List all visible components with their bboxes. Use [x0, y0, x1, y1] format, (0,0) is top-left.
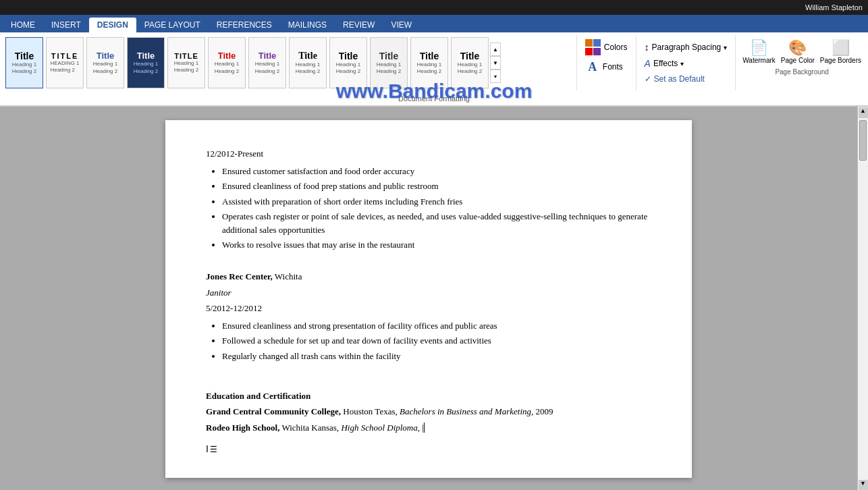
doc-formatting-label: Document Formatting [0, 93, 868, 106]
vertical-scrollbar[interactable]: ▲ ▼ [857, 107, 868, 490]
edu1-degree: Bachelors in Business and Marketing, [398, 406, 533, 416]
date-line-2: 5/2012-12/2012 [206, 302, 651, 315]
title-bar-user: William Stapleton [805, 3, 863, 11]
colors-label: Colors [604, 43, 628, 52]
tab-home[interactable]: HOME [3, 18, 43, 32]
tab-mailings[interactable]: MAILINGS [280, 18, 335, 32]
page-borders-label: Page Borders [820, 57, 861, 64]
page-color-label: Page Color [781, 57, 815, 64]
bullet-1-2: Assisted with preparation of short order… [222, 195, 651, 209]
employer-2-name: Jones Rec Center, [206, 271, 273, 281]
text-cursor: | [420, 423, 425, 433]
gallery-scroll-up[interactable]: ▲ [490, 43, 501, 56]
gallery-item-9[interactable]: Title Heading 1Heading 2 [370, 37, 408, 88]
edu2-city: Wichita Kansas, [279, 423, 339, 433]
colors-icon [585, 39, 601, 55]
watermark-icon: Draft 📄 [750, 39, 768, 57]
ribbon: Title Heading 1Heading 2 TITLE HEADING 1… [0, 32, 868, 107]
colors-fonts-section: Colors A Fonts [577, 35, 636, 90]
paragraph-spacing-icon: ↕ [645, 42, 649, 53]
gallery-item-4[interactable]: TITLE Heading 1Heading 2 [167, 37, 205, 88]
watermark-label: Watermark [742, 57, 776, 64]
page-background-group-label: Page Background [775, 68, 829, 76]
paragraph-spacing-button[interactable]: ↕ Paragraph Spacing ▾ [642, 40, 730, 54]
gallery-more[interactable]: ▾ [490, 70, 501, 83]
bullet-2-0: Ensured cleanliness and strong presentat… [222, 319, 651, 333]
tab-references[interactable]: REFERENCES [209, 18, 280, 32]
scroll-down-arrow[interactable]: ▼ [859, 480, 868, 490]
edu2-line: Rodeo High School, Wichita Kansas, High … [206, 421, 651, 435]
gallery-item-11[interactable]: Title Heading 1Heading 2 [451, 37, 489, 88]
edu1-line: Grand Central Community College, Houston… [206, 405, 651, 418]
document-page[interactable]: 12/2012-Present Ensured customer satisfa… [165, 120, 692, 478]
gallery-item-5[interactable]: Title Heading 1Heading 2 [208, 37, 246, 88]
document-area[interactable]: www.Bandicam.com 12/2012-Present Ensured… [0, 107, 857, 490]
effects-button[interactable]: A Effects ▾ [642, 57, 730, 70]
paragraph-effects-section: ↕ Paragraph Spacing ▾ A Effects ▾ ✓ Set … [636, 35, 736, 90]
tab-design[interactable]: DESIGN [89, 18, 136, 32]
job-title-2: Janitor [206, 286, 651, 300]
edu1-year: 2009 [533, 406, 553, 416]
effects-icon: A [645, 58, 651, 69]
gallery-item-0[interactable]: Title Heading 1Heading 2 [5, 37, 43, 88]
date-line-1: 12/2012-Present [206, 147, 651, 161]
watermark-button[interactable]: Draft 📄 Watermark [741, 38, 777, 65]
style-gallery: Title Heading 1Heading 2 TITLE HEADING 1… [0, 35, 577, 90]
bullet-list-2: Ensured cleanliness and strong presentat… [222, 319, 651, 363]
gallery-item-10[interactable]: Title Heading 1Heading 2 [410, 37, 448, 88]
scroll-up-arrow[interactable]: ▲ [859, 107, 868, 118]
gallery-item-2[interactable]: Title Heading 1Heading 2 [86, 37, 124, 88]
document-content: 12/2012-Present Ensured customer satisfa… [206, 147, 651, 456]
employer-2-line: Jones Rec Center, Wichita [206, 270, 651, 283]
cursor-line[interactable]: I☰ [206, 442, 651, 456]
cursor-indicator: I [206, 443, 209, 454]
bullet-1-3: Operates cash register or point of sale … [222, 210, 651, 236]
paragraph-spacing-dropdown: ▾ [724, 44, 727, 51]
bullet-1-0: Ensured customer satisfaction and food o… [222, 165, 651, 178]
page-borders-button[interactable]: ⬜ Page Borders [819, 38, 863, 65]
page-color-button[interactable]: 🎨 Page Color [780, 38, 816, 65]
gallery-item-3[interactable]: Title Heading 1Heading 2 [127, 37, 165, 88]
set-as-default-label: Set as Default [654, 74, 705, 84]
gallery-item-6[interactable]: Title Heading 1Heading 2 [248, 37, 286, 88]
tab-insert[interactable]: INSERT [43, 18, 89, 32]
gallery-item-1[interactable]: TITLE HEADING 1Heading 2 [46, 37, 84, 88]
employer-2-city: Wichita [273, 271, 302, 281]
main-area: www.Bandicam.com 12/2012-Present Ensured… [0, 107, 868, 490]
edu1-city: Houston Texas, [341, 406, 398, 416]
scroll-thumb[interactable] [859, 120, 867, 161]
gallery-item-8[interactable]: Title Heading 1Heading 2 [329, 37, 367, 88]
page-bg-buttons: Draft 📄 Watermark 🎨 Page Color ⬜ Page Bo… [741, 38, 863, 65]
checkmark-icon: ✓ [645, 74, 651, 84]
gallery-items: Title Heading 1Heading 2 TITLE HEADING 1… [5, 37, 489, 88]
page-background-group: Draft 📄 Watermark 🎨 Page Color ⬜ Page Bo… [736, 35, 868, 90]
fonts-button[interactable]: A Fonts [582, 58, 630, 76]
paragraph-spacing-label: Paragraph Spacing [652, 43, 722, 52]
edu1-employer: Grand Central Community College, [206, 406, 341, 416]
gallery-scroll-down[interactable]: ▼ [490, 56, 501, 70]
tab-view[interactable]: VIEW [383, 18, 420, 32]
effects-dropdown-arrow: ▾ [680, 60, 684, 67]
bullet-2-2: Regularly changed all trash cans within … [222, 350, 651, 363]
page-borders-icon: ⬜ [832, 39, 850, 57]
gallery-scroll: ▲ ▼ ▾ [490, 43, 501, 83]
bullet-1-4: Works to resolve issues that may arise i… [222, 238, 651, 252]
bullet-list-1: Ensured customer satisfaction and food o… [222, 165, 651, 252]
tab-review[interactable]: REVIEW [335, 18, 383, 32]
effects-label: Effects [653, 59, 678, 68]
tab-page-layout[interactable]: PAGE LAYOUT [136, 18, 209, 32]
title-bar: William Stapleton [0, 0, 868, 15]
ribbon-tab-bar: HOME INSERT DESIGN PAGE LAYOUT REFERENCE… [0, 15, 868, 32]
fonts-icon: A [585, 59, 600, 74]
colors-button[interactable]: Colors [582, 38, 630, 57]
bullet-2-1: Followed a schedule for set up and tear … [222, 334, 651, 348]
bullet-1-1: Ensured cleanliness of food prep station… [222, 180, 651, 193]
fonts-label: Fonts [603, 62, 623, 72]
ribbon-content: Title Heading 1Heading 2 TITLE HEADING 1… [0, 32, 868, 93]
edu2-degree: High School Diploma, [339, 423, 420, 433]
set-as-default-button[interactable]: ✓ Set as Default [642, 73, 730, 85]
education-section-title: Education and Certification [206, 389, 651, 403]
gallery-item-7[interactable]: Title Heading 1Heading 2 [289, 37, 327, 88]
page-color-icon: 🎨 [788, 39, 807, 57]
edu2-employer: Rodeo High School, [206, 423, 279, 433]
